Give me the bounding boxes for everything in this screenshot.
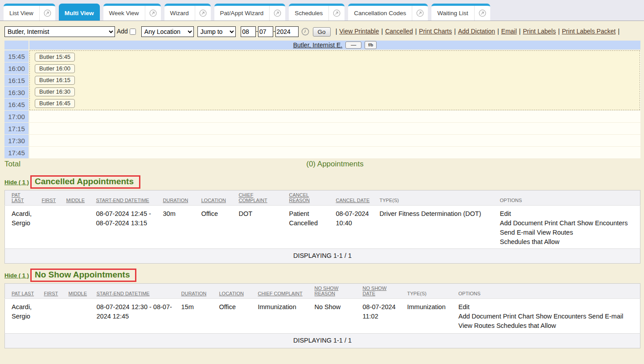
column-header-types: TYPE(S) (380, 198, 399, 203)
provider-header-link[interactable]: Butler, Internist E. (293, 41, 343, 49)
edit-action[interactable]: Edit (459, 302, 635, 312)
schedule-row[interactable] (29, 147, 640, 158)
view-tab-bar: List View Multi View Week View Wizard Pa… (0, 0, 644, 21)
open-slot-button[interactable]: Butler 16:00 (35, 64, 75, 73)
tab-schedules[interactable]: Schedules (289, 4, 345, 21)
schedule-row[interactable] (29, 135, 640, 146)
tab-list-view[interactable]: List View (4, 4, 55, 21)
jump-to-select[interactable]: Jump to (197, 26, 236, 37)
print-charts-link[interactable]: Print Charts (419, 28, 452, 35)
tab-cancellation-codes[interactable]: Cancellation Codes (348, 4, 428, 21)
column-header-options: OPTIONS (459, 291, 481, 296)
link-separator: | (454, 28, 456, 35)
provider-column-header: Butler, Internist E. — f/b (29, 41, 640, 50)
link-separator: | (497, 28, 499, 35)
minimize-column-button[interactable]: — (345, 41, 361, 49)
noshow-hide-link[interactable]: Hide ( 1 ) (4, 272, 29, 279)
view-printable-link[interactable]: View Printable (339, 28, 379, 35)
print-labels-packet-link[interactable]: Print Labels Packet (562, 28, 616, 35)
cancelled-link[interactable]: Cancelled (385, 28, 413, 35)
column-header-chief-complaint[interactable]: CHIEF COMPLAINT (239, 192, 267, 203)
cancelled-hide-link[interactable]: Hide ( 1 ) (4, 179, 29, 186)
date-year-field[interactable] (275, 26, 299, 37)
open-slot-button[interactable]: Butler 16:30 (35, 87, 75, 96)
edit-action[interactable]: Edit (500, 209, 635, 219)
column-header-middle[interactable]: MIDDLE (66, 198, 85, 203)
column-header-location[interactable]: LOCATION (219, 291, 244, 296)
cell-pat-last: Acardi, Sergio (5, 299, 41, 334)
noshow-paging-status: DISPLAYING 1-1 / 1 (5, 334, 640, 348)
cell-duration: 15m (178, 299, 216, 334)
location-select[interactable]: Any Location (141, 26, 194, 37)
appointment-rows: Butler 15:45 Butler 16:00 Butler 16:15 B… (29, 50, 640, 158)
row-actions[interactable]: Schedules that Allow (500, 237, 635, 247)
link-separator: | (519, 28, 521, 35)
link-separator: | (415, 28, 417, 35)
column-header-cancel-date[interactable]: CANCEL DATE (336, 198, 370, 203)
open-new-window-icon[interactable] (412, 6, 428, 21)
tab-waiting-list[interactable]: Waiting List (431, 4, 490, 21)
column-header-pat-last[interactable]: PAT LAST (12, 291, 34, 296)
time-label: 17:30 (4, 135, 29, 146)
cell-datetime: 08-07-2024 12:45 - 08-07-2024 13:15 (93, 206, 160, 249)
column-header-chief-complaint[interactable]: CHIEF COMPLAINT (258, 291, 303, 296)
open-new-window-icon[interactable] (474, 6, 490, 21)
print-labels-link[interactable]: Print Labels (523, 28, 556, 35)
tab-week-view[interactable]: Week View (103, 4, 161, 21)
column-header-datetime[interactable]: START-END DATETIME (97, 291, 150, 296)
cell-chief-complaint: DOT (235, 206, 286, 249)
column-header-duration[interactable]: DURATION (163, 198, 189, 203)
row-actions[interactable]: Add Document Print Chart Show Encounters… (459, 312, 635, 321)
tab-wizard[interactable]: Wizard (164, 4, 211, 21)
schedule-row[interactable] (29, 111, 640, 122)
noshow-appointments-table: PAT LAST FIRST MIDDLE START-END DATETIME… (4, 283, 640, 348)
row-actions[interactable]: View Routes Schedules that Allow (459, 321, 635, 331)
cancelled-paging-status: DISPLAYING 1-1 / 1 (5, 249, 640, 264)
clock-icon[interactable] (301, 28, 309, 36)
column-header-noshow-reason[interactable]: NO SHOW REASON (315, 285, 339, 296)
column-header-pat-last[interactable]: PAT LAST (12, 192, 24, 203)
link-separator: | (558, 28, 560, 35)
cell-first (38, 206, 63, 249)
time-label: 15:45 (4, 50, 29, 62)
column-header-datetime[interactable]: START-END DATETIME (96, 198, 149, 203)
column-header-location[interactable]: LOCATION (201, 198, 226, 203)
open-slot-button[interactable]: Butler 15:45 (35, 53, 75, 62)
grid-body: 15:45 16:00 16:15 16:30 16:45 17:00 17:1… (4, 50, 640, 158)
column-header-middle[interactable]: MIDDLE (69, 291, 87, 296)
open-slot-button[interactable]: Butler 16:15 (35, 76, 75, 85)
front-back-button[interactable]: f/b (365, 41, 377, 49)
time-label: 16:45 (4, 99, 29, 110)
open-new-window-icon[interactable] (39, 6, 55, 21)
column-header-first[interactable]: FIRST (42, 198, 56, 203)
cell-noshow-date: 08-07-2024 11:02 (359, 299, 404, 334)
cell-chief-complaint: Immunization (254, 299, 311, 334)
add-checkbox[interactable] (130, 29, 136, 35)
schedule-row[interactable] (29, 123, 640, 134)
open-new-window-icon[interactable] (195, 6, 211, 21)
add-dictation-link[interactable]: Add Dictation (458, 28, 495, 35)
row-actions[interactable]: Add Document Print Chart Show Encounters (500, 219, 635, 228)
time-column: 15:45 16:00 16:15 16:30 16:45 17:00 17:1… (4, 50, 29, 158)
provider-select[interactable]: Butler, Internist (4, 26, 115, 37)
column-header-types: TYPE(S) (407, 291, 427, 296)
column-header-options: OPTIONS (500, 198, 522, 203)
open-new-window-icon[interactable] (269, 6, 285, 21)
open-new-window-icon[interactable] (145, 6, 161, 21)
cancelled-section-title: Cancelled Appointments (35, 177, 134, 186)
email-link[interactable]: Email (501, 28, 517, 35)
open-new-window-icon[interactable] (328, 6, 345, 21)
row-actions[interactable]: Send E-mail View Routes (500, 228, 635, 237)
date-day-field[interactable] (258, 26, 273, 37)
grid-header-row: Butler, Internist E. — f/b (4, 41, 640, 50)
column-header-noshow-date[interactable]: NO SHOW DATE (363, 285, 387, 296)
tab-multi-view[interactable]: Multi View (59, 4, 100, 21)
date-month-field[interactable] (241, 26, 256, 37)
tab-pat-appt-wizard[interactable]: Pat/Appt Wizard (214, 4, 286, 21)
column-header-first[interactable]: FIRST (44, 291, 58, 296)
go-button[interactable]: Go (313, 27, 331, 37)
open-slot-button[interactable]: Butler 16:45 (35, 99, 75, 108)
column-header-duration[interactable]: DURATION (181, 291, 207, 296)
cell-location: Office (198, 206, 235, 249)
column-header-cancel-reason[interactable]: CANCEL REASON (289, 192, 310, 203)
